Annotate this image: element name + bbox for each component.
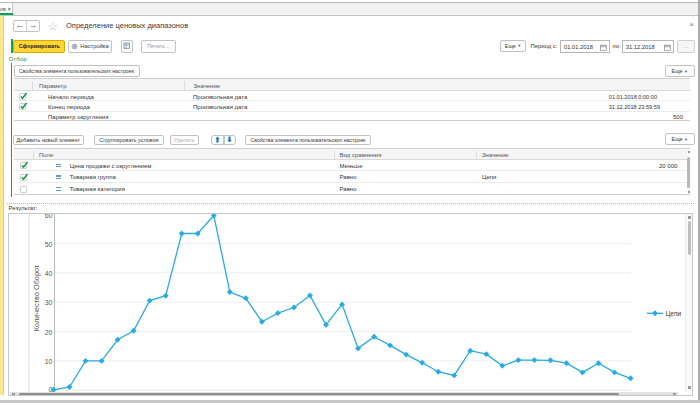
svg-text:10: 10 (45, 358, 53, 365)
svg-text:50: 50 (45, 241, 53, 248)
svg-text:60: 60 (45, 214, 53, 219)
svg-text:30: 30 (45, 299, 53, 306)
svg-text:20: 20 (45, 329, 53, 336)
svg-text:Количество Оборот: Количество Оборот (32, 264, 41, 331)
svg-text:Цепи: Цепи (666, 310, 682, 318)
svg-text:40: 40 (45, 270, 53, 277)
